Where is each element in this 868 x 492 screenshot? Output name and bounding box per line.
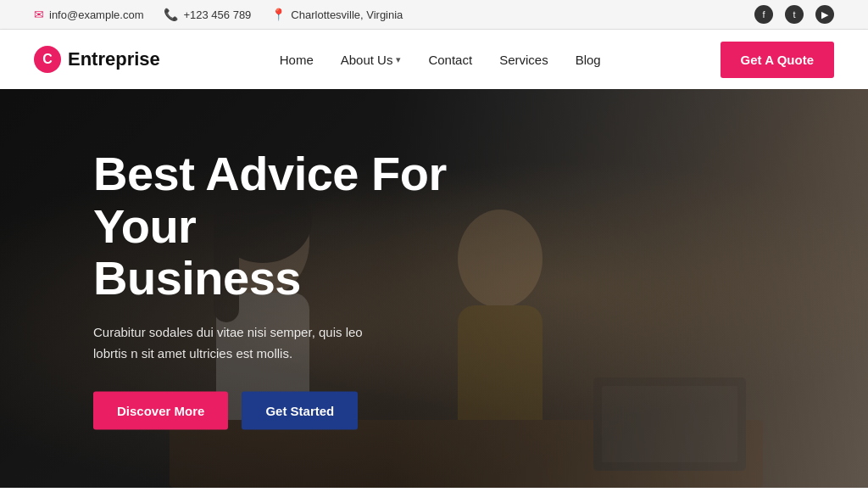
phone-item[interactable]: 📞 +123 456 789 (164, 8, 251, 21)
youtube-icon[interactable]: ▶ (815, 5, 834, 24)
top-bar: ✉ info@example.com 📞 +123 456 789 📍 Char… (0, 0, 868, 30)
chevron-down-icon: ▾ (396, 54, 401, 65)
phone-text: +123 456 789 (183, 8, 251, 21)
facebook-icon[interactable]: f (754, 5, 773, 24)
nav-link-home[interactable]: Home (280, 53, 314, 67)
hero-section: Best Advice For Your Business Curabitur … (0, 89, 868, 488)
nav-item-contact[interactable]: Contact (428, 53, 472, 67)
nav-link-contact[interactable]: Contact (428, 53, 472, 67)
logo-name: Entreprise (68, 48, 160, 70)
nav-item-blog[interactable]: Blog (576, 53, 601, 67)
nav-item-services[interactable]: Services (499, 53, 548, 67)
nav-link-about[interactable]: About Us ▾ (341, 53, 402, 67)
get-started-button[interactable]: Get Started (242, 391, 358, 429)
nav-link-blog[interactable]: Blog (576, 53, 601, 67)
location-item[interactable]: 📍 Charlottesville, Virginia (271, 8, 403, 21)
logo-icon: C (34, 46, 61, 73)
phone-icon: 📞 (164, 8, 178, 21)
hero-description: Curabitur sodales dui vitae nisi semper,… (93, 321, 381, 364)
location-text: Charlottesville, Virginia (291, 8, 403, 21)
social-links: f t ▶ (754, 5, 834, 24)
nav-links: Home About Us ▾ Contact Services Blog (280, 53, 601, 67)
get-quote-button[interactable]: Get A Quote (721, 42, 834, 78)
logo[interactable]: C Entreprise (34, 46, 160, 73)
hero-content: Best Advice For Your Business Curabitur … (93, 148, 500, 430)
email-icon: ✉ (34, 8, 44, 21)
hero-buttons: Discover More Get Started (93, 391, 500, 429)
nav-item-home[interactable]: Home (280, 53, 314, 67)
nav-link-services[interactable]: Services (499, 53, 548, 67)
svg-rect-8 (602, 386, 737, 462)
nav-item-about[interactable]: About Us ▾ (341, 53, 402, 67)
email-item[interactable]: ✉ info@example.com (34, 8, 143, 21)
top-bar-contact: ✉ info@example.com 📞 +123 456 789 📍 Char… (34, 8, 403, 21)
location-icon: 📍 (271, 8, 286, 21)
hero-title: Best Advice For Your Business (93, 148, 500, 305)
discover-more-button[interactable]: Discover More (93, 391, 228, 429)
navbar: C Entreprise Home About Us ▾ Contact Ser… (0, 30, 868, 89)
email-text: info@example.com (49, 8, 143, 21)
twitter-icon[interactable]: t (785, 5, 804, 24)
